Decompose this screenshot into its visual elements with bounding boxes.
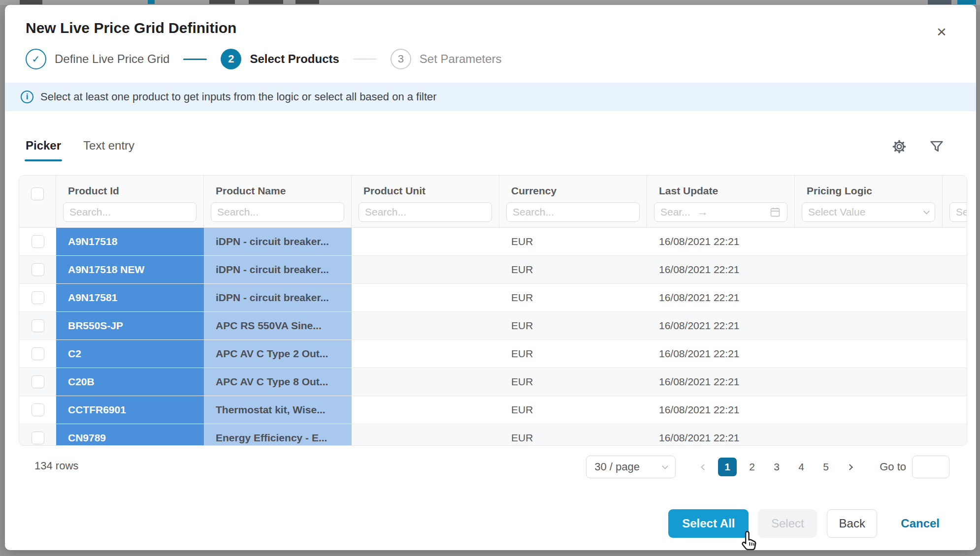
page-button-2[interactable]: 2 xyxy=(743,458,761,476)
cell-pricing_logic xyxy=(795,368,943,396)
table-row[interactable]: CN9789Energy Efficiency - E...EUR16/08/2… xyxy=(19,424,967,446)
cell-currency: EUR xyxy=(499,256,647,283)
settings-gear-icon[interactable] xyxy=(891,139,907,154)
step-2-label: Select Products xyxy=(250,52,339,66)
search-input-product_id[interactable] xyxy=(63,202,196,222)
cell-product_name: Thermostat kit, Wise... xyxy=(204,396,352,424)
goto-label: Go to xyxy=(880,461,906,473)
search-input-product_unit[interactable] xyxy=(359,202,492,222)
stepper: ✓ Define Live Price Grid 2 Select Produc… xyxy=(26,48,502,70)
column-filter-pricing_logic: Select Value xyxy=(802,202,935,222)
cell-product_unit xyxy=(352,396,499,424)
column-header-product_id: Product Id xyxy=(56,176,204,227)
column-label-last_update: Last Update xyxy=(647,185,794,200)
cell-pricing_logic xyxy=(795,424,943,446)
info-icon: i xyxy=(21,91,33,103)
goto-page-input[interactable] xyxy=(912,456,949,478)
select-filter-pricing_logic[interactable]: Select Value xyxy=(802,202,935,222)
cancel-button[interactable]: Cancel xyxy=(898,509,943,538)
row-checkbox[interactable] xyxy=(32,235,44,248)
table-row[interactable]: C20BAPC AV C Type 8 Out...EUR16/08/2021 … xyxy=(19,368,967,396)
cell-product_name: iDPN - circuit breaker... xyxy=(204,228,352,255)
close-icon[interactable]: × xyxy=(932,22,951,41)
filter-funnel-icon[interactable] xyxy=(929,139,945,154)
cell-currency: EUR xyxy=(499,312,647,340)
table-toolbar xyxy=(891,139,945,154)
select-all-button[interactable]: Select All xyxy=(668,509,749,538)
column-label-product_id: Product Id xyxy=(56,185,203,200)
next-page-button[interactable] xyxy=(841,458,858,476)
cell-checkbox xyxy=(19,284,56,311)
page-numbers: 12345 xyxy=(718,458,835,476)
cell-last_update: 16/08/2021 22:21 xyxy=(647,228,795,255)
page-size-value: 30 / page xyxy=(594,461,640,473)
step-3-label: Set Parameters xyxy=(420,52,502,66)
column-filter-last_update: Sear...→ xyxy=(654,202,787,222)
backdrop-fragment xyxy=(249,0,283,4)
page-button-5[interactable]: 5 xyxy=(817,458,835,476)
table-row[interactable]: C2APC AV C Type 2 Out...EUR16/08/2021 22… xyxy=(19,340,967,368)
table-row[interactable]: BR550S-JPAPC RS 550VA Sine...EUR16/08/20… xyxy=(19,312,967,340)
chevron-left-icon xyxy=(701,464,707,470)
select-button[interactable]: Select xyxy=(758,509,817,538)
table-row[interactable]: A9N17518 NEWiDPN - circuit breaker...EUR… xyxy=(19,256,967,284)
column-filter-product_id xyxy=(63,202,196,222)
prev-page-button[interactable] xyxy=(695,458,712,476)
date-range-input-last_update[interactable]: Sear...→ xyxy=(654,202,787,222)
chevron-down-icon xyxy=(662,463,668,469)
cell-product_unit xyxy=(352,284,499,311)
cell-product_unit xyxy=(352,312,499,340)
cell-product_id: C20B xyxy=(56,368,204,396)
select-all-checkbox[interactable] xyxy=(31,187,44,200)
page-button-4[interactable]: 4 xyxy=(792,458,811,476)
column-label-extra xyxy=(943,185,967,200)
step-1-check-icon: ✓ xyxy=(26,49,46,69)
tab-picker[interactable]: Picker xyxy=(26,139,61,161)
backdrop-fragment xyxy=(209,0,235,4)
row-checkbox[interactable] xyxy=(32,375,44,388)
cell-checkbox xyxy=(19,396,56,424)
backdrop-fragment xyxy=(0,0,980,5)
cell-extra xyxy=(943,396,967,424)
page-size-select[interactable]: 30 / page xyxy=(586,456,676,478)
page-button-3[interactable]: 3 xyxy=(767,458,786,476)
backdrop-fragment xyxy=(148,0,155,4)
cell-checkbox xyxy=(19,228,56,255)
table-row[interactable]: A9N17581iDPN - circuit breaker...EUR16/0… xyxy=(19,284,967,312)
stepper-connector-done xyxy=(183,59,207,60)
row-checkbox[interactable] xyxy=(32,291,44,304)
row-checkbox[interactable] xyxy=(32,403,44,416)
back-button[interactable]: Back xyxy=(827,509,877,538)
page-button-1[interactable]: 1 xyxy=(718,458,737,476)
cell-product_unit xyxy=(352,424,499,446)
cell-currency: EUR xyxy=(499,424,647,446)
cell-product_unit xyxy=(352,368,499,396)
cell-checkbox xyxy=(19,424,56,446)
step-3-circle: 3 xyxy=(391,49,411,69)
row-checkbox[interactable] xyxy=(32,432,44,444)
cell-product_name: APC RS 550VA Sine... xyxy=(204,312,352,340)
row-checkbox[interactable] xyxy=(32,319,44,332)
column-label-product_name: Product Name xyxy=(204,185,351,200)
backdrop-fragment xyxy=(957,0,976,4)
row-checkbox[interactable] xyxy=(32,347,44,360)
chevron-right-icon xyxy=(847,464,853,470)
column-filter-product_name xyxy=(211,202,344,222)
row-checkbox[interactable] xyxy=(32,263,44,276)
tab-text-entry[interactable]: Text entry xyxy=(83,139,134,161)
column-header-product_unit: Product Unit xyxy=(352,176,499,227)
column-header-extra xyxy=(943,176,967,227)
search-input-extra[interactable] xyxy=(949,202,967,222)
column-filter-currency xyxy=(506,202,640,222)
search-input-currency[interactable] xyxy=(506,202,640,222)
cell-last_update: 16/08/2021 22:21 xyxy=(647,284,795,311)
table-row[interactable]: CCTFR6901Thermostat kit, Wise...EUR16/08… xyxy=(19,396,967,424)
cell-checkbox xyxy=(19,368,56,396)
step-1-label: Define Live Price Grid xyxy=(55,52,169,66)
cell-product_id: CCTFR6901 xyxy=(56,396,204,424)
search-input-product_name[interactable] xyxy=(211,202,344,222)
table-row[interactable]: A9N17518iDPN - circuit breaker...EUR16/0… xyxy=(19,228,967,256)
info-banner: i Select at least one product to get inp… xyxy=(5,83,976,111)
cell-product_unit xyxy=(352,228,499,255)
products-table: Product IdProduct NameProduct UnitCurren… xyxy=(19,175,967,446)
